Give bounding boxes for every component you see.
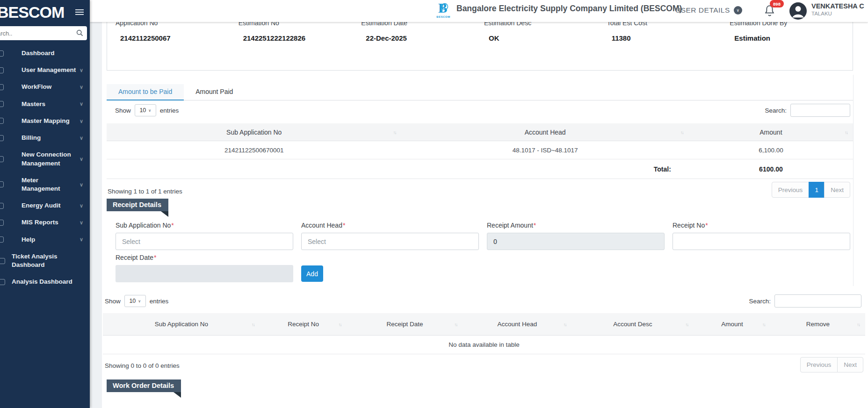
masters-icon <box>0 101 4 107</box>
hamburger-menu-icon[interactable] <box>75 8 84 16</box>
field-receipt-date: Receipt Date* <box>116 254 293 282</box>
account-head-select[interactable]: Select <box>301 233 479 250</box>
field-sub-application-no: Sub Application No* Select <box>116 222 293 250</box>
meter-icon <box>0 181 4 187</box>
column-header-sub-application-no[interactable]: Sub Application No ↑↓ <box>107 129 401 136</box>
required-mark: * <box>705 222 708 229</box>
page-size-select[interactable]: 10 ∨ <box>124 295 146 307</box>
amount-table-controls: Show 10 ∨ entries Search: <box>107 104 853 117</box>
estimation-field: Estimation Desc OK <box>484 19 607 70</box>
billing-icon <box>0 135 4 141</box>
sidebar-item-meter-management[interactable]: Meter Management ∨ <box>0 172 90 197</box>
table-header-row: Sub Application No ↑↓ Account Head ↑↓ Am… <box>107 123 853 141</box>
chevron-down-icon: ∨ <box>80 135 83 142</box>
sidebar-item-billing[interactable]: Billing ∨ <box>0 129 90 146</box>
sidebar-item-analysis-dashboard[interactable]: Analysis Dashboard <box>0 273 90 290</box>
help-icon <box>0 236 4 243</box>
sort-icon: ↑↓ <box>393 129 396 135</box>
master-mapping-icon <box>0 118 4 124</box>
sort-icon: ↑↓ <box>680 129 683 135</box>
previous-page-button[interactable]: Previous <box>800 357 838 372</box>
estimation-field: Estimation Done By Estimation <box>730 19 853 70</box>
chevron-down-icon: ∨ <box>80 236 83 243</box>
column-header-receipt-no[interactable]: Receipt No↑↓ <box>260 321 347 328</box>
required-mark: * <box>171 222 174 229</box>
dashboard-icon <box>0 50 4 57</box>
required-mark: * <box>154 254 156 261</box>
page-size-control: Show 10 ∨ entries <box>115 104 179 116</box>
column-header-account-head[interactable]: Account Head ↑↓ <box>401 129 688 136</box>
receipt-form: Sub Application No* Select Account Head*… <box>107 222 853 282</box>
main-content: Application No 2142112250067 Estimation … <box>102 0 868 408</box>
column-header-account-head[interactable]: Account Head↑↓ <box>463 321 571 328</box>
tab-amount-to-be-paid[interactable]: Amount to be Paid <box>107 84 184 100</box>
column-header-sub-application-no[interactable]: Sub Application No↑↓ <box>103 321 260 328</box>
column-header-amount[interactable]: Amount↑↓ <box>694 321 771 328</box>
sidebar-search-input[interactable] <box>0 26 87 40</box>
table-header-row: Sub Application No↑↓ Receipt No↑↓ Receip… <box>103 313 865 336</box>
sidebar-item-master-mapping[interactable]: Master Mapping ∨ <box>0 113 90 129</box>
sidebar-item-energy-audit[interactable]: Energy Audit ∨ <box>0 197 90 214</box>
workflow-icon <box>0 84 4 90</box>
search-control: Search: <box>765 104 850 117</box>
work-order-details-section: Work Order Details <box>107 379 181 392</box>
chevron-down-icon: ∨ <box>80 84 83 91</box>
notification-count-badge: 898 <box>770 0 784 7</box>
column-header-amount[interactable]: Amount ↑↓ <box>689 129 853 136</box>
users-icon <box>0 67 4 73</box>
chevron-down-icon: ∨ <box>138 299 141 303</box>
sidebar-item-user-management[interactable]: User Management ∨ <box>0 62 90 79</box>
receipt-amount-input <box>487 233 665 250</box>
amount-table-search-input[interactable] <box>790 104 850 117</box>
table-total-row: Total: 6100.00 <box>107 159 853 179</box>
search-icon <box>76 29 83 36</box>
receipt-details-section: Receipt Details <box>107 199 168 211</box>
chevron-down-icon: ∨ <box>80 202 83 209</box>
receipt-table-pagination: Previous Next <box>800 357 863 372</box>
sidebar-item-new-connection-management[interactable]: New Connection Management ∨ <box>0 146 90 172</box>
chevron-down-icon: ∨ <box>80 118 83 125</box>
chevron-down-icon: ∨ <box>80 67 83 74</box>
estimation-field: Estimation Date 22-Dec-2025 <box>361 19 484 70</box>
ticket-icon <box>0 258 5 264</box>
column-header-account-desc[interactable]: Account Desc↑↓ <box>571 321 694 328</box>
sidebar-item-ticket-analysis-dashboard[interactable]: Ticket Analysis Dashboard <box>0 248 90 273</box>
energy-audit-icon <box>0 203 4 209</box>
sort-icon: ↑↓ <box>685 322 688 327</box>
receipt-table-summary: Showing 0 to 0 of 0 entries <box>105 362 180 369</box>
field-receipt-amount: Receipt Amount* <box>487 222 665 250</box>
add-button-column: Add <box>301 254 479 282</box>
sidebar-item-help[interactable]: Help ∨ <box>0 231 90 248</box>
amount-to-be-paid-table: Sub Application No ↑↓ Account Head ↑↓ Am… <box>107 123 853 179</box>
next-page-button[interactable]: Next <box>824 182 850 198</box>
sidebar-item-masters[interactable]: Masters ∨ <box>0 96 90 113</box>
sub-application-no-select[interactable]: Select <box>116 233 293 250</box>
chevron-down-circle-icon: ∨ <box>734 6 742 14</box>
user-details-dropdown[interactable]: USER DETAILS ∨ <box>675 6 742 14</box>
user-unit: TALAKU <box>811 11 864 16</box>
required-mark: * <box>534 222 536 229</box>
avatar[interactable] <box>789 2 807 21</box>
add-button[interactable]: Add <box>301 265 323 282</box>
page-size-select[interactable]: 10 ∨ <box>135 104 156 116</box>
chevron-down-icon: ∨ <box>80 156 83 163</box>
page-1-button[interactable]: 1 <box>809 182 825 198</box>
next-page-button[interactable]: Next <box>837 357 863 372</box>
estimation-field: Application No 2142112250067 <box>116 19 239 70</box>
receipt-table: Sub Application No↑↓ Receipt No↑↓ Receip… <box>103 313 865 354</box>
sidebar-item-dashboard[interactable]: Dashboard <box>0 45 90 62</box>
column-header-remove[interactable]: Remove↑↓ <box>771 321 865 328</box>
previous-page-button[interactable]: Previous <box>772 182 810 198</box>
amount-tabs: Amount to be Paid Amount Paid <box>107 84 853 100</box>
sidebar: BESCOM Dashboard User Management ∨ WorkF… <box>0 0 90 408</box>
sidebar-item-workflow[interactable]: WorkFlow ∨ <box>0 79 90 95</box>
user-name: VENKATESHA C <box>811 2 864 10</box>
tab-amount-paid[interactable]: Amount Paid <box>184 84 245 100</box>
receipt-table-search-input[interactable] <box>774 294 861 308</box>
sidebar-search <box>0 26 87 40</box>
receipt-no-input[interactable] <box>673 233 850 250</box>
sidebar-item-mis-reports[interactable]: MIS Reports ∨ <box>0 214 90 231</box>
bescom-logo-caption: BESCOM <box>434 15 453 18</box>
new-connection-icon <box>0 156 4 162</box>
column-header-receipt-date[interactable]: Receipt Date↑↓ <box>347 321 463 328</box>
